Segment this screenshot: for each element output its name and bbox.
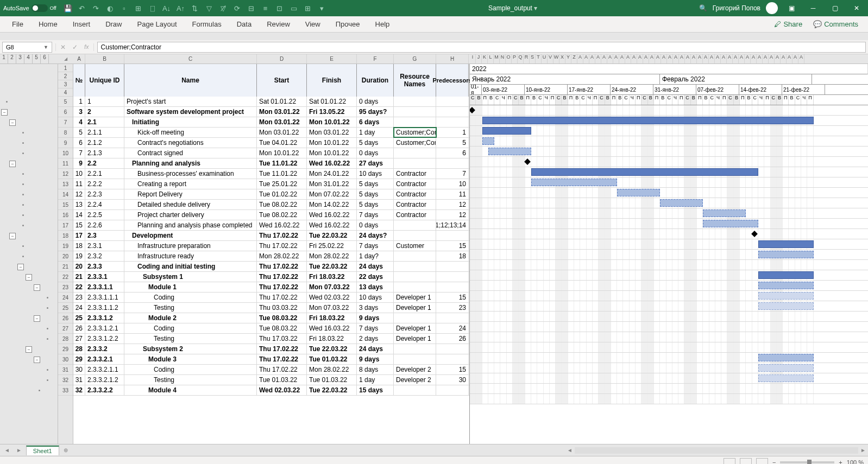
cell[interactable]: Development	[124, 231, 257, 240]
outline-level-3[interactable]: 3	[16, 54, 24, 63]
tab-data[interactable]: Data	[229, 16, 259, 33]
cell[interactable]: 10	[73, 169, 85, 179]
cell[interactable]: 2.3	[85, 231, 124, 240]
table-row[interactable]: 252.3.3.1.2 Module 2Tue 08.03.22Fri 18.0…	[73, 313, 469, 323]
table-row[interactable]: 242.3.3.1.1.2 TestingThu 03.03.22Mon 07.…	[73, 303, 469, 313]
cell[interactable]: 2.1.2	[85, 138, 124, 148]
cell[interactable]: 21	[73, 272, 85, 282]
save-icon[interactable]: 💾	[63, 3, 73, 13]
row-header[interactable]: 3	[58, 80, 73, 88]
column-header[interactable]: A	[595, 54, 601, 63]
row-header[interactable]: 11	[58, 158, 73, 169]
column-header[interactable]: A	[787, 54, 792, 63]
cell[interactable]: 2.3.3.1.1.1	[85, 293, 124, 302]
page-break-icon[interactable]	[756, 458, 768, 465]
column-header-F[interactable]: F	[357, 54, 394, 63]
column-header[interactable]: A	[763, 54, 769, 63]
column-header[interactable]: A	[673, 54, 679, 63]
gantt-bar[interactable]	[482, 127, 531, 135]
name-box[interactable]: G8 ▼	[2, 42, 52, 53]
sheet-next-icon[interactable]: ►	[14, 447, 24, 453]
cell[interactable]: Wed 02.03.22	[307, 293, 357, 302]
gantt-row[interactable]	[470, 136, 868, 147]
cell[interactable]: 13	[73, 200, 85, 209]
column-header-D[interactable]: D	[257, 54, 307, 63]
gantt-row[interactable]	[470, 312, 868, 322]
more-icon[interactable]: ▾	[317, 3, 327, 13]
cell[interactable]: 7	[436, 169, 469, 179]
tab-home[interactable]: Home	[31, 16, 65, 33]
column-header[interactable]: A	[727, 54, 733, 63]
cell[interactable]: 18	[436, 251, 469, 261]
row-header[interactable]: 9	[58, 138, 73, 148]
cell[interactable]: 2.3.3.2.1.2	[85, 375, 124, 385]
row-header[interactable]: 8	[58, 128, 73, 138]
cell[interactable]: 1	[73, 97, 85, 106]
cell[interactable]: 9	[73, 158, 85, 168]
column-header[interactable]: A	[643, 54, 649, 63]
cell[interactable]: 6	[73, 138, 85, 148]
cell[interactable]: Wed 02.03.22	[257, 385, 307, 395]
horizontal-scrollbar[interactable]	[575, 447, 858, 454]
cell[interactable]: Mon 07.03.22	[307, 282, 357, 292]
cell[interactable]: 27	[73, 334, 85, 344]
cell[interactable]: Tue 22.03.22	[307, 385, 357, 395]
cell[interactable]: 2.3.3.1.2	[85, 313, 124, 323]
cell[interactable]	[436, 117, 469, 127]
gantt-bar[interactable]	[758, 374, 814, 382]
document-title[interactable]: Sample_output ▾	[327, 4, 699, 12]
cell[interactable]: 7 days	[357, 241, 394, 251]
cell[interactable]: Business-processes' examination	[124, 169, 257, 179]
row-header[interactable]: 27	[58, 323, 73, 334]
gantt-bar[interactable]	[758, 364, 814, 372]
cell[interactable]: Software system development project	[124, 107, 257, 117]
column-header[interactable]: A	[769, 54, 775, 63]
outline-level-2[interactable]: 2	[8, 54, 16, 63]
cell[interactable]: Tue 01.03.22	[257, 375, 307, 385]
outline-collapse-icon[interactable]: −	[9, 119, 16, 126]
tab-file[interactable]: File	[4, 16, 31, 33]
cell[interactable]: 6	[436, 148, 469, 158]
cell[interactable]: Module 1	[124, 282, 257, 292]
cell[interactable]: Thu 17.02.22	[257, 282, 307, 292]
outline-collapse-icon[interactable]: −	[1, 109, 8, 116]
cell[interactable]	[394, 385, 436, 395]
cell[interactable]: Project charter delivery	[124, 210, 257, 220]
select-all[interactable]: ◢	[58, 54, 73, 64]
row-header[interactable]: 29	[58, 344, 73, 354]
table-row[interactable]: 72.1.3 Contract signedMon 10.01.22Mon 10…	[73, 148, 469, 158]
cell[interactable]: Tue 08.02.22	[257, 200, 307, 209]
cell[interactable]	[394, 354, 436, 364]
gantt-row[interactable]	[470, 126, 868, 136]
cell[interactable]: Contractor	[394, 210, 436, 220]
column-header[interactable]: M	[494, 54, 500, 63]
username[interactable]: Григорий Попов	[713, 4, 760, 12]
table-row[interactable]: 102.2.1 Business-processes' examinationT…	[73, 169, 469, 179]
column-header[interactable]: O	[506, 54, 512, 63]
cell[interactable]: Coding	[124, 293, 257, 302]
cell[interactable]: 2.2.5	[85, 210, 124, 220]
gantt-bar[interactable]	[758, 292, 814, 300]
undo-icon[interactable]: ↶	[77, 3, 87, 13]
tab-review[interactable]: Review	[259, 16, 298, 33]
toggle-switch[interactable]	[32, 4, 48, 12]
cell[interactable]: Customer	[394, 241, 436, 251]
column-header[interactable]: P	[512, 54, 518, 63]
cell[interactable]: Testing	[124, 303, 257, 313]
column-header[interactable]: A	[619, 54, 625, 63]
table-row[interactable]: 62.1.2 Contract's negotiationsTue 04.01.…	[73, 138, 469, 148]
calc-icon[interactable]: ⊞	[303, 3, 313, 13]
cell[interactable]: 14	[73, 210, 85, 220]
cell[interactable]: 2.3.2	[85, 251, 124, 261]
column-header-A[interactable]: A	[73, 54, 85, 63]
cell[interactable]: Planning and analysis	[124, 158, 257, 168]
gantt-row[interactable]	[470, 198, 868, 208]
column-header-G[interactable]: G	[394, 54, 436, 63]
column-header[interactable]: J	[476, 54, 482, 63]
gantt-row[interactable]	[470, 147, 868, 157]
column-header[interactable]: A	[739, 54, 745, 63]
table-row[interactable]: 262.3.3.1.2.1 CodingTue 08.03.22Wed 16.0…	[73, 323, 469, 334]
cell[interactable]: Tue 01.03.22	[307, 375, 357, 385]
cell[interactable]: 2.3.3.1.2.1	[85, 323, 124, 333]
gantt-row[interactable]	[470, 260, 868, 270]
